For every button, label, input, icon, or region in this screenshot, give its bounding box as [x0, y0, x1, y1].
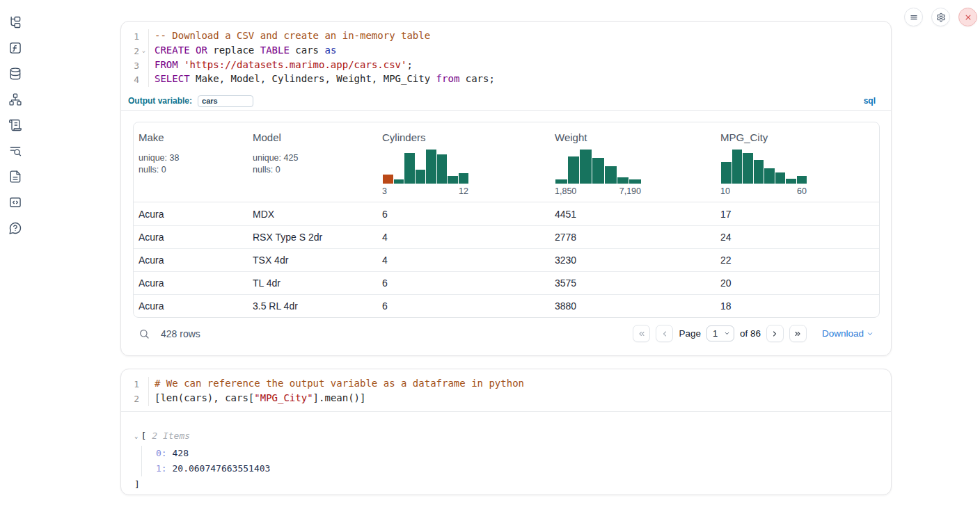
chevron-left-icon: [661, 330, 669, 338]
histogram-bar: [775, 172, 786, 184]
logs-scroll-icon[interactable]: [8, 118, 22, 132]
search-icon[interactable]: [139, 328, 150, 339]
table-cell: RSX Type S 2dr: [248, 226, 377, 248]
histogram-max-label: 12: [459, 186, 468, 196]
download-button[interactable]: Download: [822, 328, 874, 339]
table-footer: 428 rows Page 1: [133, 318, 879, 349]
settings-button[interactable]: [931, 8, 950, 26]
histogram-max-label: 60: [797, 186, 807, 196]
data-table: Makeunique: 38nulls: 0Modelunique: 425nu…: [133, 122, 880, 318]
table-body: AcuraMDX6445117AcuraRSX Type S 2dr427782…: [134, 202, 879, 317]
histogram-bar: [732, 150, 743, 184]
code-line[interactable]: 2⌄CREATE OR replace TABLE cars as: [121, 44, 891, 58]
table-cell: Acura: [134, 226, 248, 248]
list-entries: 0: 4281: 20.060747663551403: [141, 446, 891, 476]
histogram-bar: [592, 158, 604, 184]
sql-cell: 1-- Download a CSV and create an in-memo…: [120, 21, 892, 356]
list-item: 0: 428: [156, 446, 891, 461]
item-value: 428: [172, 448, 188, 458]
function-variables-icon[interactable]: [8, 41, 22, 55]
histogram-bar: [394, 179, 404, 184]
line-number: 1: [121, 29, 139, 44]
histogram-bar: [426, 150, 436, 184]
code-text: -- Download a CSV and create an in-memor…: [148, 29, 891, 44]
code-editor-sql[interactable]: 1-- Download a CSV and create an in-memo…: [121, 22, 891, 92]
file-tree-icon[interactable]: [8, 15, 22, 29]
row-count: 428 rows: [161, 328, 200, 339]
page-total-label: of 86: [740, 328, 761, 339]
fold-gutter: [139, 29, 148, 44]
column-sort-label[interactable]: Model: [253, 131, 377, 143]
table-row: AcuraTL 4dr6357520: [134, 271, 879, 294]
histogram-range-labels: 1,8507,190: [555, 186, 641, 196]
code-line[interactable]: 4SELECT Make, Model, Cylinders, Weight, …: [121, 72, 891, 87]
column-sort-label[interactable]: MPG_City: [720, 131, 879, 143]
table-cell: 6: [377, 272, 550, 294]
python-cell-output: ⌄ [ 2 Items 0: 4281: 20.060747663551403 …: [121, 412, 891, 492]
language-badge[interactable]: sql: [864, 96, 876, 106]
fold-gutter: [139, 392, 148, 406]
table-row: AcuraTSX 4dr4323022: [134, 248, 879, 271]
column-sort-label[interactable]: Cylinders: [382, 131, 550, 143]
histogram-bar: [437, 154, 448, 184]
table-cell: Acura: [134, 249, 248, 271]
dependency-graph-icon[interactable]: [8, 92, 22, 106]
item-index: 1:: [156, 463, 172, 474]
gear-icon: [936, 13, 946, 22]
snippets-icon[interactable]: [8, 195, 22, 209]
chevrons-right-icon: [793, 330, 802, 338]
page-select-value: 1: [713, 328, 718, 339]
histogram-bar: [404, 153, 415, 184]
column-sort-label[interactable]: Weight: [555, 131, 716, 143]
histogram-range-labels: 1060: [720, 186, 807, 196]
table-cell: 3575: [550, 272, 716, 294]
table-row: Acura3.5 RL 4dr6388018: [134, 294, 879, 317]
histogram-range-labels: 312: [382, 186, 468, 196]
line-number: 4: [121, 72, 139, 87]
null-count: nulls: 0: [253, 164, 377, 176]
histogram-bar: [721, 162, 732, 184]
chevron-down-icon: [867, 330, 874, 337]
histogram-bars: [721, 149, 807, 184]
column-sort-label[interactable]: Make: [139, 131, 248, 143]
column-header-model: Modelunique: 425nulls: 0: [248, 131, 377, 196]
chevron-down-icon: [724, 330, 730, 337]
histogram-bar: [580, 150, 592, 184]
code-line[interactable]: 1-- Download a CSV and create an in-memo…: [121, 29, 891, 44]
menu-button[interactable]: [904, 8, 923, 26]
histogram-bar: [605, 166, 617, 184]
prev-page-button[interactable]: [656, 325, 673, 342]
database-icon[interactable]: [8, 67, 22, 81]
null-count: nulls: 0: [139, 164, 248, 176]
marimo-notebook: 1-- Download a CSV and create an in-memo…: [0, 0, 980, 507]
shutdown-button[interactable]: [958, 8, 977, 26]
open-bracket: [: [141, 429, 146, 443]
fold-gutter: [139, 377, 148, 392]
next-page-button[interactable]: [766, 325, 784, 342]
scratchpad-search-icon[interactable]: [8, 144, 22, 158]
unique-count: unique: 425: [253, 152, 377, 164]
collapse-chevron-icon[interactable]: ⌄: [134, 429, 138, 443]
help-icon[interactable]: [8, 221, 22, 235]
table-cell: TL 4dr: [248, 272, 377, 294]
output-variable-input[interactable]: [198, 95, 253, 107]
fold-chevron-icon[interactable]: ⌄: [139, 44, 148, 58]
histogram-bar: [459, 173, 469, 184]
page-select[interactable]: 1: [706, 325, 734, 341]
line-number: 3: [121, 58, 139, 73]
last-page-button[interactable]: [789, 325, 807, 342]
table-cell: 22: [716, 249, 879, 271]
table-cell: 6: [377, 295, 550, 317]
histogram-bar: [555, 179, 567, 184]
table-cell: Acura: [134, 295, 248, 317]
documentation-icon[interactable]: [8, 170, 22, 184]
code-line[interactable]: 2[len(cars), cars["MPG_City"].mean()]: [121, 392, 891, 406]
code-line[interactable]: 1# We can reference the output variable …: [121, 377, 891, 392]
histogram-bar: [617, 177, 629, 184]
line-number: 2: [121, 44, 139, 58]
code-editor-python[interactable]: 1# We can reference the output variable …: [121, 369, 891, 412]
first-page-button[interactable]: [633, 325, 650, 342]
code-line[interactable]: 3FROM 'https://datasets.marimo.app/cars.…: [121, 58, 891, 73]
hamburger-icon: [909, 13, 919, 22]
column-header-make: Makeunique: 38nulls: 0: [134, 131, 248, 196]
